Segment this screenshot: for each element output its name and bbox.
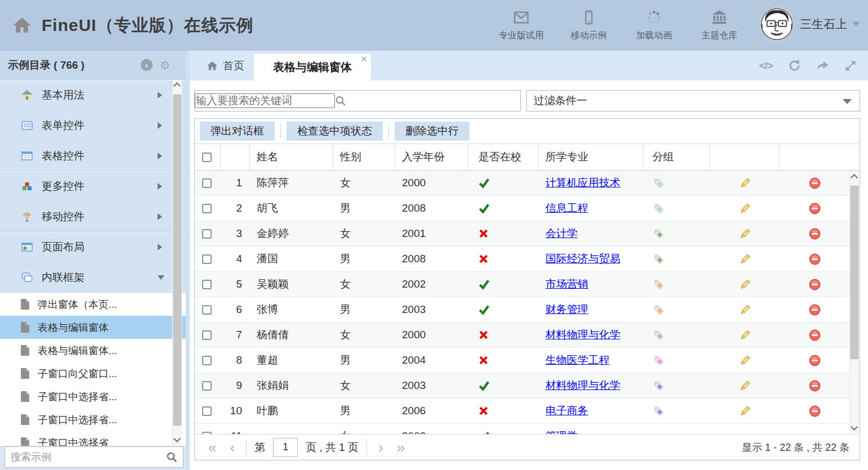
col-name[interactable]: 姓名 [250, 144, 333, 170]
row-checkbox[interactable] [202, 204, 212, 213]
expand-icon[interactable] [844, 60, 857, 72]
major-link[interactable]: 管理学 [545, 429, 578, 434]
tag-icon[interactable] [652, 379, 665, 392]
scroll-down-icon[interactable] [173, 435, 181, 442]
row-checkbox[interactable] [202, 178, 212, 188]
row-checkbox[interactable] [202, 330, 212, 340]
major-link[interactable]: 国际经济与贸易 [545, 252, 620, 266]
sidebar-menu-item[interactable]: 基本用法 [0, 80, 186, 110]
user-menu[interactable]: 三生石上 [760, 8, 860, 41]
tag-icon[interactable] [652, 278, 665, 291]
filter-dropdown[interactable]: 过滤条件一 [526, 90, 860, 111]
row-checkbox[interactable] [202, 406, 212, 416]
toolbar-button[interactable]: 删除选中行 [395, 122, 469, 141]
edit-icon[interactable] [739, 278, 751, 291]
delete-icon[interactable] [808, 253, 821, 266]
delete-icon[interactable] [808, 329, 821, 342]
col-enrolled[interactable]: 是否在校 [468, 144, 539, 170]
header-action[interactable]: 主题仓库 [699, 7, 740, 42]
scroll-up-icon[interactable] [173, 82, 181, 89]
edit-icon[interactable] [739, 405, 751, 418]
row-checkbox[interactable] [202, 280, 212, 289]
header-action[interactable]: 专业版试用 [499, 7, 544, 42]
sidebar-submenu-item[interactable]: 子窗口中选择省... [0, 385, 186, 408]
sidebar-menu-item[interactable]: 表格控件 [0, 141, 186, 171]
delete-icon[interactable] [808, 177, 821, 190]
sidebar-submenu-item[interactable]: 子窗口向父窗口... [0, 362, 186, 385]
sidebar-submenu-item[interactable]: 子窗口中选择省... [0, 408, 186, 431]
collapse-sidebar-icon[interactable]: ‹ [141, 59, 153, 71]
major-link[interactable]: 财务管理 [545, 302, 588, 317]
row-checkbox[interactable] [202, 229, 212, 239]
col-group[interactable]: 分组 [643, 144, 710, 170]
major-link[interactable]: 计算机应用技术 [545, 176, 620, 190]
sidebar-menu-item[interactable]: 移动控件 [0, 202, 186, 232]
close-icon[interactable]: ✕ [360, 55, 368, 63]
delete-icon[interactable] [808, 278, 821, 291]
toolbar-button[interactable]: 检查选中项状态 [287, 122, 383, 141]
delete-icon[interactable] [808, 202, 821, 215]
search-icon[interactable] [335, 95, 346, 106]
edit-icon[interactable] [739, 227, 751, 240]
last-page-icon[interactable]: » [390, 440, 411, 455]
refresh-icon[interactable] [788, 59, 801, 72]
next-page-icon[interactable]: › [372, 440, 390, 455]
edit-icon[interactable] [739, 329, 751, 342]
tag-icon[interactable] [652, 227, 665, 240]
tag-icon[interactable] [652, 329, 665, 342]
tab-home[interactable]: 首页 [197, 51, 254, 80]
delete-icon[interactable] [808, 379, 821, 392]
edit-icon[interactable] [739, 379, 751, 392]
header-action[interactable]: 加载动画 [634, 7, 674, 42]
delete-icon[interactable] [808, 354, 821, 367]
sidebar-submenu-item[interactable]: 子窗口中选择省 [0, 431, 186, 446]
keyword-search-input[interactable] [195, 93, 335, 108]
sidebar-scrollbar[interactable] [172, 80, 182, 446]
edit-icon[interactable] [739, 303, 751, 316]
tag-icon[interactable] [652, 177, 665, 190]
share-icon[interactable] [816, 59, 829, 72]
scroll-up-icon[interactable] [851, 174, 858, 181]
sidebar-menu-item[interactable]: 内联框架 [0, 262, 186, 293]
row-checkbox[interactable] [202, 254, 212, 264]
major-link[interactable]: 信息工程 [545, 201, 588, 216]
scrollbar-thumb[interactable] [173, 95, 181, 426]
scrollbar-thumb[interactable] [851, 186, 858, 359]
tag-icon[interactable] [652, 253, 665, 266]
gear-icon[interactable]: ⚙ [160, 60, 170, 71]
delete-icon[interactable] [808, 303, 821, 316]
toolbar-button[interactable]: 弹出对话框 [200, 122, 275, 141]
sidebar-submenu-item[interactable]: 表格与编辑窗体 [0, 316, 186, 339]
major-link[interactable]: 电子商务 [545, 404, 588, 418]
row-checkbox[interactable] [202, 356, 212, 365]
edit-icon[interactable] [739, 177, 751, 190]
col-gender[interactable]: 性别 [333, 144, 395, 170]
tag-icon[interactable] [652, 354, 665, 367]
select-all-checkbox[interactable] [202, 153, 212, 162]
col-major[interactable]: 所学专业 [539, 144, 643, 170]
prev-page-icon[interactable]: ‹ [223, 440, 241, 455]
sidebar-menu-item[interactable]: 更多控件 [0, 171, 186, 202]
col-year[interactable]: 入学年份 [395, 144, 468, 170]
first-page-icon[interactable]: « [202, 440, 223, 455]
header-action[interactable]: 移动示例 [569, 7, 609, 42]
sidebar-submenu-item[interactable]: 弹出窗体（本页... [0, 293, 186, 316]
table-scrollbar[interactable] [849, 171, 859, 433]
edit-icon[interactable] [739, 202, 751, 215]
search-icon[interactable] [166, 451, 177, 463]
code-icon[interactable]: </> [759, 60, 773, 72]
edit-icon[interactable] [739, 253, 751, 266]
delete-icon[interactable] [808, 227, 821, 240]
major-link[interactable]: 材料物理与化学 [545, 378, 620, 393]
major-link[interactable]: 材料物理与化学 [545, 328, 620, 342]
sidebar-submenu-item[interactable]: 表格与编辑窗体... [0, 339, 186, 362]
major-link[interactable]: 生物医学工程 [545, 353, 610, 368]
sidebar-menu-item[interactable]: 页面布局 [0, 232, 186, 262]
major-link[interactable]: 会计学 [545, 226, 578, 241]
row-checkbox[interactable] [202, 381, 212, 391]
row-checkbox[interactable] [202, 305, 212, 315]
page-number-input[interactable] [273, 438, 298, 457]
delete-icon[interactable] [808, 405, 821, 418]
sidebar-search-input[interactable] [5, 451, 166, 463]
sidebar-menu-item[interactable]: 表单控件 [0, 110, 186, 141]
